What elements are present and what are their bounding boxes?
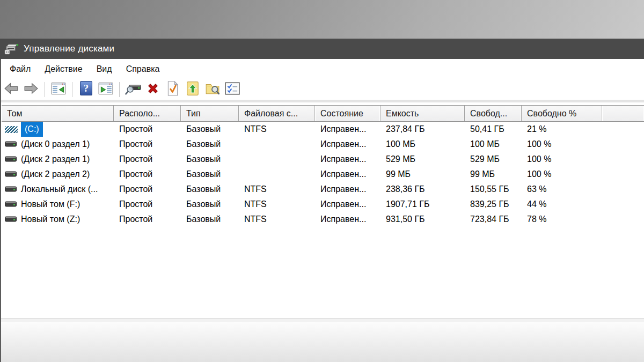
show-console-tree-button[interactable] bbox=[49, 80, 68, 99]
volume-label: Новый том (Z:) bbox=[21, 212, 80, 227]
column-header-empty[interactable] bbox=[602, 106, 644, 121]
window-title: Управление дисками bbox=[24, 43, 114, 54]
rescan-disks-button[interactable] bbox=[124, 80, 142, 99]
column-header-free[interactable]: Свобод... bbox=[465, 106, 522, 121]
explore-folder-button[interactable] bbox=[203, 80, 222, 99]
type-cell: Базовый bbox=[181, 167, 239, 182]
volume-icon bbox=[5, 216, 17, 223]
status-cell: Исправен... bbox=[315, 182, 380, 197]
volume-row-disk0-part1[interactable]: (Диск 0 раздел 1) Простой Базовый Исправ… bbox=[2, 137, 644, 152]
layout-cell: Простой bbox=[114, 182, 181, 197]
free-cell: 100 МБ bbox=[465, 137, 522, 152]
volume-row-disk2-part1[interactable]: (Диск 2 раздел 1) Простой Базовый Исправ… bbox=[2, 152, 644, 167]
toolbar: ? bbox=[1, 79, 644, 100]
volume-row-disk2-part2[interactable]: (Диск 2 раздел 2) Простой Базовый Исправ… bbox=[2, 167, 644, 182]
list-body: (C:) Простой Базовый NTFS Исправен... 23… bbox=[2, 122, 644, 227]
menu-view[interactable]: Вид bbox=[90, 61, 119, 77]
volume-label: (C:) bbox=[21, 122, 43, 137]
check-volume-button[interactable] bbox=[164, 80, 182, 99]
disk-management-app-icon bbox=[4, 42, 19, 55]
status-cell: Исправен... bbox=[315, 167, 380, 182]
type-cell: Базовый bbox=[181, 137, 239, 152]
volume-row-c[interactable]: (C:) Простой Базовый NTFS Исправен... 23… bbox=[2, 122, 644, 137]
pane-divider[interactable] bbox=[1, 318, 644, 322]
layout-cell: Простой bbox=[114, 122, 181, 137]
filesystem-cell: NTFS bbox=[239, 122, 315, 137]
delete-volume-button[interactable] bbox=[144, 80, 162, 99]
volume-icon bbox=[5, 186, 17, 193]
forward-button[interactable] bbox=[22, 80, 40, 99]
column-header-type[interactable]: Тип bbox=[181, 106, 239, 121]
layout-cell: Простой bbox=[114, 167, 181, 182]
free-pct-cell: 63 % bbox=[522, 182, 602, 197]
delete-x-icon bbox=[146, 82, 160, 98]
help-button[interactable]: ? bbox=[77, 80, 95, 99]
folder-search-icon bbox=[205, 82, 220, 98]
rescan-disks-icon bbox=[125, 82, 141, 97]
capacity-cell: 99 МБ bbox=[380, 167, 465, 182]
free-pct-cell: 100 % bbox=[522, 167, 602, 182]
free-pct-cell: 100 % bbox=[522, 152, 602, 167]
volume-label: Новый том (F:) bbox=[21, 197, 80, 212]
volume-label: (Диск 2 раздел 2) bbox=[21, 167, 90, 182]
free-cell: 839,25 ГБ bbox=[465, 197, 522, 212]
status-cell: Исправен... bbox=[315, 122, 380, 137]
volume-row-local-disk[interactable]: Локальный диск (... Простой Базовый NTFS… bbox=[2, 182, 644, 197]
back-button[interactable] bbox=[2, 80, 20, 99]
volume-row-z[interactable]: Новый том (Z:) Простой Базовый NTFS Испр… bbox=[2, 212, 644, 227]
volume-icon bbox=[5, 171, 17, 178]
capacity-cell: 529 МБ bbox=[380, 152, 465, 167]
column-header-layout[interactable]: Располо... bbox=[114, 106, 181, 121]
back-arrow-icon bbox=[4, 83, 19, 97]
column-header-capacity[interactable]: Емкость bbox=[380, 106, 465, 121]
menu-action[interactable]: Действие bbox=[38, 61, 89, 77]
svg-text:?: ? bbox=[83, 83, 88, 94]
capacity-cell: 237,84 ГБ bbox=[380, 122, 465, 137]
menu-file[interactable]: Файл bbox=[3, 61, 38, 77]
column-header-free-pct[interactable]: Свободно % bbox=[522, 106, 602, 121]
layout-cell: Простой bbox=[114, 197, 181, 212]
desktop-background bbox=[0, 0, 644, 39]
free-cell: 529 МБ bbox=[465, 152, 522, 167]
type-cell: Базовый bbox=[181, 197, 239, 212]
help-icon: ? bbox=[80, 81, 92, 98]
free-pct-cell: 100 % bbox=[522, 137, 602, 152]
free-pct-cell: 44 % bbox=[522, 197, 602, 212]
column-header-volume[interactable]: Том bbox=[2, 106, 114, 121]
disk-management-window: Управление дисками Файл Действие Вид Спр… bbox=[0, 39, 644, 362]
free-cell: 50,41 ГБ bbox=[465, 122, 522, 137]
free-cell: 723,84 ГБ bbox=[465, 212, 522, 227]
properties-list-button[interactable] bbox=[223, 80, 241, 99]
screen: Управление дисками Файл Действие Вид Спр… bbox=[0, 0, 644, 362]
folder-up-button[interactable] bbox=[184, 80, 202, 99]
layout-cell: Простой bbox=[114, 152, 181, 167]
folder-up-arrow-icon bbox=[186, 81, 200, 98]
filesystem-cell: NTFS bbox=[239, 182, 315, 197]
volume-icon bbox=[5, 201, 17, 208]
status-cell: Исправен... bbox=[315, 152, 380, 167]
volume-label: (Диск 0 раздел 1) bbox=[21, 137, 90, 152]
filesystem-cell: NTFS bbox=[239, 197, 315, 212]
column-header-status[interactable]: Состояние bbox=[315, 106, 380, 121]
capacity-cell: 100 МБ bbox=[380, 137, 465, 152]
volume-list: Том Располо... Тип Файловая с... Состоян… bbox=[2, 105, 644, 318]
checklist-icon bbox=[225, 82, 240, 97]
selected-volume-icon bbox=[5, 126, 18, 133]
window-body: Файл Действие Вид Справка bbox=[0, 59, 644, 362]
titlebar[interactable]: Управление дисками bbox=[0, 39, 644, 59]
capacity-cell: 1907,71 ГБ bbox=[380, 197, 465, 212]
column-header-filesystem[interactable]: Файловая с... bbox=[239, 106, 315, 121]
volume-icon bbox=[5, 156, 17, 162]
action-pane-icon bbox=[98, 82, 113, 97]
show-action-pane-button[interactable] bbox=[97, 80, 115, 99]
free-pct-cell: 21 % bbox=[522, 122, 602, 137]
list-header: Том Располо... Тип Файловая с... Состоян… bbox=[2, 105, 644, 122]
filesystem-cell bbox=[239, 137, 315, 152]
toolbar-separator bbox=[45, 82, 45, 97]
menu-help[interactable]: Справка bbox=[119, 61, 167, 77]
volume-label: (Диск 2 раздел 1) bbox=[21, 152, 90, 167]
volume-row-f[interactable]: Новый том (F:) Простой Базовый NTFS Испр… bbox=[2, 197, 644, 212]
layout-cell: Простой bbox=[114, 137, 181, 152]
document-check-icon bbox=[167, 81, 179, 98]
forward-arrow-icon bbox=[24, 83, 39, 97]
